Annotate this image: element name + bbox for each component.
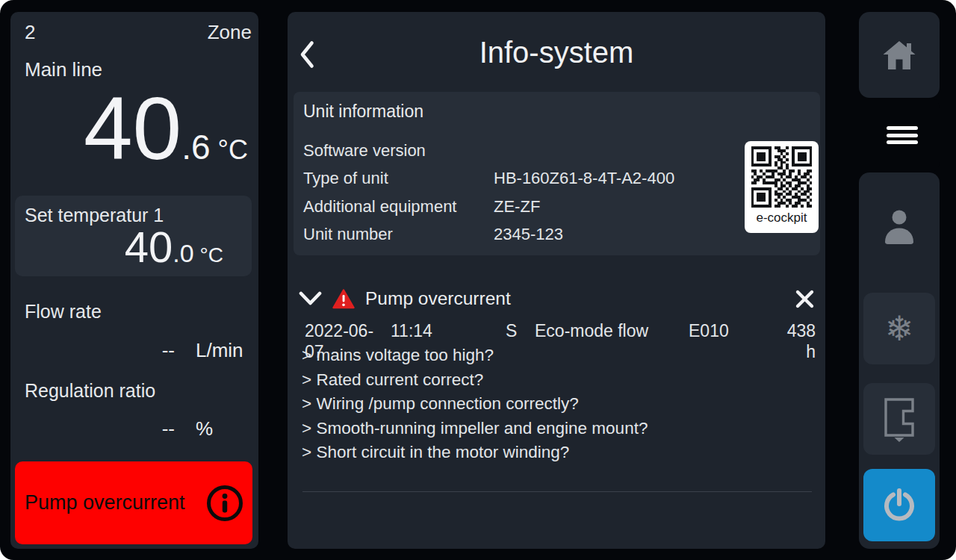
unit-information-card: Unit information Software version Type o… xyxy=(294,92,820,255)
main-line-temperature: 40 .6 °C xyxy=(84,84,248,173)
zone-number: 2 xyxy=(25,21,35,43)
info-icon xyxy=(206,485,243,522)
info-system-panel: Info-system Unit information Software ve… xyxy=(288,12,825,549)
unit-information-rows: Software version Type of unit HB-160Z61-… xyxy=(303,137,730,249)
alarm-header: Pump overcurrent xyxy=(299,282,815,315)
info-value: HB-160Z61-8-4T-A2-400 xyxy=(494,169,730,188)
set-temp-decimal: .0 xyxy=(173,239,193,268)
warning-triangle-icon xyxy=(332,289,355,309)
power-button[interactable] xyxy=(863,469,935,541)
info-label: Additional equipment xyxy=(303,197,494,217)
section-divider xyxy=(302,491,812,492)
info-row-unit-number: Unit number 2345-123 xyxy=(303,221,730,249)
home-icon xyxy=(881,40,917,71)
info-label: Type of unit xyxy=(303,169,494,188)
regulation-ratio-value-row: -- % xyxy=(10,417,254,440)
regulation-ratio-unit: % xyxy=(196,417,254,440)
mold-icon xyxy=(880,396,919,442)
alarm-title: Pump overcurrent xyxy=(365,288,511,309)
temperature-decimal: .6 xyxy=(181,127,210,167)
info-label: Unit number xyxy=(303,225,494,244)
troubleshooting-item: > Rated current correct? xyxy=(302,368,648,393)
qr-code-image xyxy=(751,146,813,208)
troubleshooting-item: > Wiring /pump connection correctly? xyxy=(302,392,648,417)
flow-rate-label: Flow rate xyxy=(25,300,102,323)
flow-rate-value: -- xyxy=(162,339,175,361)
regulation-ratio-value: -- xyxy=(162,417,175,440)
info-row-additional-equipment: Additional equipment ZE-ZF xyxy=(303,193,730,221)
mold-button[interactable] xyxy=(863,383,935,455)
set-temp-integer: 40 xyxy=(125,225,173,269)
close-alarm-button[interactable] xyxy=(795,289,815,309)
alarm-troubleshooting-list: > mains voltage too high? > Rated curren… xyxy=(302,343,648,465)
unit-information-heading: Unit information xyxy=(303,102,423,122)
troubleshooting-item: > mains voltage too high? xyxy=(302,343,648,368)
device-screen: 2 Zone Main line 40 .6 °C Set temperatur… xyxy=(0,0,956,560)
snowflake-icon: ❄ xyxy=(885,311,914,346)
info-row-software-version: Software version xyxy=(303,137,730,165)
pump-overcurrent-alert-button[interactable]: Pump overcurrent xyxy=(15,461,252,544)
home-button[interactable] xyxy=(859,12,940,98)
menu-button-active[interactable] xyxy=(825,98,940,172)
zone-header: 2 Zone xyxy=(25,21,252,43)
zone-label: Zone xyxy=(208,21,252,43)
zone-panel: 2 Zone Main line 40 .6 °C Set temperatur… xyxy=(10,12,258,549)
alarm-operating-hours: 438 h xyxy=(778,320,816,362)
set-temperature-value: 40 .0 °C xyxy=(125,225,223,269)
user-button[interactable] xyxy=(859,206,940,248)
page-title: Info-system xyxy=(288,34,825,70)
alarm-code: E010 xyxy=(689,320,778,362)
info-value: ZE-ZF xyxy=(494,197,730,217)
menu-icon xyxy=(887,123,940,148)
troubleshooting-item: > Smooth-running impeller and engine mou… xyxy=(302,417,648,441)
power-icon xyxy=(882,488,916,523)
close-icon xyxy=(795,289,815,309)
temperature-integer: 40 xyxy=(84,84,181,173)
collapse-alarm-button[interactable] xyxy=(299,291,322,306)
cooling-button[interactable]: ❄ xyxy=(863,293,935,364)
temperature-unit: °C xyxy=(218,134,248,166)
info-row-type-of-unit: Type of unit HB-160Z61-8-4T-A2-400 xyxy=(303,165,730,193)
info-label: Software version xyxy=(303,141,494,161)
set-temp-unit: °C xyxy=(200,243,223,267)
flow-rate-value-row: -- L/min xyxy=(10,339,254,361)
user-icon xyxy=(882,209,916,245)
e-cockpit-qr-card: e-cockpit xyxy=(745,141,819,233)
info-value: 2345-123 xyxy=(494,225,730,244)
alert-button-label: Pump overcurrent xyxy=(25,491,185,514)
main-line-label: Main line xyxy=(25,58,102,81)
set-temperature-box[interactable]: Set temperatur 1 40 .0 °C xyxy=(15,196,252,276)
sidebar-top-segment xyxy=(859,12,940,98)
regulation-ratio-label: Regulation ratio xyxy=(25,379,155,402)
flow-rate-unit: L/min xyxy=(196,339,254,361)
chevron-down-icon xyxy=(299,291,322,306)
qr-code-label: e-cockpit xyxy=(745,211,819,225)
troubleshooting-item: > Short circuit in the motor winding? xyxy=(302,441,648,465)
sidebar-bottom-segment: ❄ xyxy=(859,172,940,549)
